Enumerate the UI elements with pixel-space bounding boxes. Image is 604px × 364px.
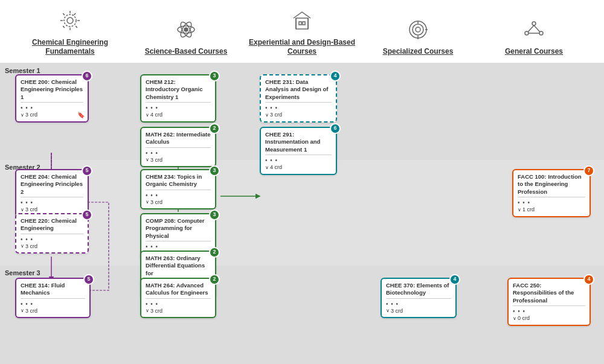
- title-math262: MATH 262: Intermediate Calculus: [146, 131, 211, 146]
- badge-chee204: 5: [82, 165, 92, 176]
- dots-chee200: • • •: [21, 104, 83, 112]
- dots-chem234: • • •: [146, 191, 211, 199]
- semester1-label: Semester 1: [5, 67, 40, 74]
- header-label-specialized: Specialized Courses: [383, 47, 454, 57]
- credits-chee314: ∨ 3 crd: [21, 308, 85, 315]
- title-chee231: CHEE 231: Data Analysis and Design of Ex…: [265, 78, 332, 101]
- title-chem234: CHEM 234: Topics in Organic Chemistry: [146, 173, 211, 188]
- dots-chee370: • • •: [386, 300, 451, 308]
- header-col-specialized[interactable]: Specialized Courses: [364, 19, 472, 57]
- svg-point-10: [413, 24, 423, 35]
- credits-math264: ∨ 3 crd: [146, 308, 211, 315]
- card-chee370[interactable]: 4 CHEE 370: Elements of Biotechnology • …: [381, 278, 457, 318]
- header-col-science[interactable]: Science-Based Courses: [132, 19, 240, 57]
- svg-point-11: [416, 27, 420, 32]
- credits-chee200: ∨ 3 crd: [21, 112, 83, 119]
- title-comp208: COMP 208: Computer Programming for Physi…: [146, 217, 211, 240]
- badge-facc100: 7: [583, 165, 594, 176]
- badge-chee370: 4: [449, 274, 460, 285]
- dots-math262: • • •: [146, 149, 211, 157]
- card-math264[interactable]: 2 MATH 264: Advanced Calculus for Engine…: [140, 278, 216, 318]
- svg-line-16: [534, 25, 540, 32]
- credits-chee370: ∨ 3 crd: [386, 308, 451, 315]
- credits-chee291: ∨ 4 crd: [265, 164, 332, 171]
- title-chee204: CHEE 204: Chemical Engineering Principle…: [21, 173, 83, 196]
- bookmark-icon-chee200: 🔖: [77, 111, 85, 119]
- dots-chee231: • • •: [265, 104, 332, 112]
- card-chem234[interactable]: 3 CHEM 234: Topics in Organic Chemistry …: [140, 169, 216, 209]
- card-chee204[interactable]: 5 CHEE 204: Chemical Engineering Princip…: [15, 169, 89, 217]
- credits-facc100: ∨ 1 crd: [518, 206, 585, 214]
- title-facc100: FACC 100: Introduction to the Engineerin…: [518, 173, 585, 196]
- badge-chem212: 3: [209, 71, 220, 81]
- svg-point-0: [67, 18, 73, 24]
- network-icon: [523, 19, 545, 45]
- badge-math264: 2: [209, 274, 220, 285]
- card-chee220[interactable]: 5 CHEE 220: Chemical Engineering • • • ∨…: [15, 213, 89, 254]
- main-content: Semester 1 Semester 2 Semester 3: [0, 63, 604, 364]
- card-chee314[interactable]: 5 CHEE 314: Fluid Mechanics • • • ∨ 3 cr…: [15, 278, 91, 318]
- header-label-experiential: Experiential and Design-Based Courses: [248, 38, 356, 57]
- dots-facc250: • • •: [513, 307, 585, 315]
- dots-chee291: • • •: [265, 156, 332, 164]
- badge-comp208: 3: [209, 209, 220, 220]
- title-chee370: CHEE 370: Elements of Biotechnology: [386, 282, 451, 297]
- header: Chemical Engineering Fundamentals Scienc…: [0, 0, 604, 63]
- dots-chee220: • • •: [21, 235, 83, 243]
- badge-chee231: 4: [330, 71, 341, 81]
- svg-rect-6: [296, 18, 308, 29]
- dots-comp208: • • •: [146, 243, 211, 251]
- dots-chee314: • • •: [21, 300, 85, 308]
- svg-line-15: [528, 25, 534, 32]
- credits-chem212: ∨ 4 crd: [146, 112, 211, 119]
- svg-point-2: [184, 28, 188, 31]
- badge-chee291: 6: [330, 123, 341, 134]
- header-label-chem-fund: Chemical Engineering Fundamentals: [16, 38, 124, 57]
- credits-facc250: ∨ 0 crd: [513, 315, 585, 322]
- svg-point-12: [532, 22, 536, 25]
- title-chee220: CHEE 220: Chemical Engineering: [21, 217, 83, 232]
- title-chem212: CHEM 212: Introductory Organic Chemistry…: [146, 78, 211, 101]
- title-facc250: FACC 250: Responsibilities of the Profes…: [513, 282, 585, 304]
- semester3-label: Semester 3: [5, 269, 40, 276]
- dots-chem212: • • •: [146, 104, 211, 112]
- credits-chee220: ∨ 3 crd: [21, 243, 83, 251]
- dots-facc100: • • •: [518, 199, 585, 206]
- dots-math264: • • •: [146, 300, 211, 308]
- atom-icon: [175, 19, 197, 45]
- credits-math262: ∨ 3 crd: [146, 157, 211, 164]
- card-math262[interactable]: 2 MATH 262: Intermediate Calculus • • • …: [140, 127, 216, 167]
- badge-chee200: 6: [82, 71, 92, 81]
- header-label-science: Science-Based Courses: [145, 47, 228, 57]
- gear-icon: [59, 10, 81, 36]
- svg-point-9: [410, 21, 426, 38]
- card-facc100[interactable]: 7 FACC 100: Introduction to the Engineer…: [512, 169, 591, 217]
- credits-chem234: ∨ 3 crd: [146, 199, 211, 206]
- header-col-chem-fund[interactable]: Chemical Engineering Fundamentals: [16, 10, 124, 57]
- card-facc250[interactable]: 4 FACC 250: Responsibilities of the Prof…: [507, 278, 591, 326]
- badge-chee314: 5: [83, 274, 94, 285]
- badge-facc250: 4: [583, 274, 594, 285]
- card-chee231[interactable]: 4 CHEE 231: Data Analysis and Design of …: [260, 74, 337, 123]
- svg-point-1: [64, 14, 76, 27]
- title-chee291: CHEE 291: Instrumentation and Measuremen…: [265, 131, 332, 153]
- building-icon: [291, 10, 313, 36]
- svg-rect-7: [299, 22, 301, 25]
- card-chee291[interactable]: 6 CHEE 291: Instrumentation and Measurem…: [260, 127, 337, 175]
- header-col-general[interactable]: General Courses: [480, 19, 588, 57]
- card-chem212[interactable]: 3 CHEM 212: Introductory Organic Chemist…: [140, 74, 216, 123]
- credits-chee204: ∨ 3 crd: [21, 206, 83, 214]
- title-chee200: CHEE 200: Chemical Engineering Principle…: [21, 78, 83, 101]
- title-math263: MATH 263: Ordinary Differential Equation…: [146, 255, 211, 277]
- dots-chee204: • • •: [21, 199, 83, 206]
- title-math264: MATH 264: Advanced Calculus for Engineer…: [146, 282, 211, 297]
- header-label-general: General Courses: [505, 47, 563, 57]
- title-chee314: CHEE 314: Fluid Mechanics: [21, 282, 85, 297]
- badge-math262: 2: [209, 123, 220, 134]
- target-icon: [407, 19, 429, 45]
- card-chee200[interactable]: 6 CHEE 200: Chemical Engineering Princip…: [15, 74, 89, 123]
- badge-chem234: 3: [209, 165, 220, 176]
- badge-math263: 2: [209, 247, 220, 258]
- svg-rect-8: [303, 22, 305, 25]
- header-col-experiential[interactable]: Experiential and Design-Based Courses: [248, 10, 356, 57]
